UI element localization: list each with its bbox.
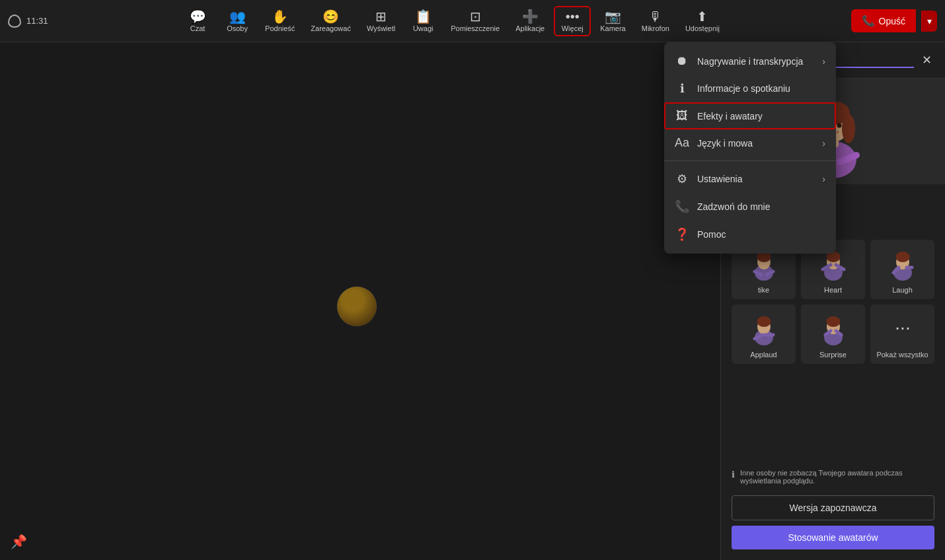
toolbar-btn-wiecej[interactable]: •••Więcej bbox=[554, 6, 591, 36]
menu-item-help[interactable]: ❓ Pomoc bbox=[664, 221, 836, 248]
toolbar-icon-podniesc: ✋ bbox=[272, 10, 288, 23]
svg-point-32 bbox=[826, 316, 840, 327]
menu-label-language: Język i mowa bbox=[697, 138, 753, 149]
reactions-grid: tike Heart Laugh Applaud Surprise ··· bbox=[732, 240, 934, 364]
time-display: 11:31 bbox=[26, 16, 48, 26]
menu-label-call: Zadzwoń do mnie bbox=[697, 201, 771, 212]
menu-item-info[interactable]: ℹ Informacje o spotkaniu bbox=[664, 75, 836, 102]
top-bar: 11:31 💬Czat👥Osoby✋Podnieść😊Zareagować⊞Wy… bbox=[0, 0, 945, 42]
menu-icon-effects: 🖼 bbox=[675, 109, 689, 123]
menu-arrow-recording: › bbox=[822, 56, 825, 67]
menu-arrow-settings: › bbox=[822, 174, 825, 184]
reaction-label-applaud: Applaud bbox=[750, 351, 776, 359]
reaction-label-laugh: Laugh bbox=[892, 286, 913, 294]
toolbar-icon-aplikacje: ➕ bbox=[522, 10, 539, 23]
toolbar-btn-wyswietl[interactable]: ⊞Wyświetl bbox=[360, 6, 402, 36]
reaction-item-applaud[interactable]: Applaud bbox=[732, 304, 796, 364]
menu-item-language[interactable]: Aa Język i mowa › bbox=[664, 129, 836, 157]
toolbar-icon-osoby: 👥 bbox=[229, 10, 246, 23]
reaction-figure-laugh bbox=[887, 246, 919, 282]
reaction-label-heart: Heart bbox=[824, 286, 842, 294]
toolbar-icon-udostepnij: ⬆ bbox=[697, 10, 708, 23]
toolbar-btn-aplikacje[interactable]: ➕Aplikacje bbox=[509, 6, 551, 36]
reaction-item-show_all[interactable]: ··· Pokaż wszystko bbox=[870, 304, 934, 364]
avatar-image bbox=[337, 287, 377, 326]
toolbar-icon-zareaguj: 😊 bbox=[322, 10, 339, 23]
toolbar-icon-pomieszczenie: ⊡ bbox=[470, 10, 481, 23]
menu-item-call[interactable]: 📞 Zadzwoń do mnie bbox=[664, 193, 836, 221]
info-row: ℹ Inne osoby nie zobaczą Twojego awatara… bbox=[721, 464, 945, 490]
shield-icon bbox=[8, 15, 21, 28]
menu-icon-help: ❓ bbox=[675, 227, 689, 242]
reaction-item-laugh[interactable]: Laugh bbox=[870, 240, 934, 299]
participant-avatar bbox=[337, 287, 377, 326]
bottom-buttons: Wersja zapoznawcza Stosowanie awatarów bbox=[721, 490, 945, 560]
toolbar-btn-pomieszczenie[interactable]: ⊡Pomieszczenie bbox=[444, 6, 506, 36]
reaction-figure-applaud bbox=[748, 311, 780, 347]
menu-icon-info: ℹ bbox=[675, 81, 689, 96]
reaction-item-surprise[interactable]: Surprise bbox=[801, 304, 865, 364]
svg-point-7 bbox=[837, 123, 841, 127]
menu-label-recording: Nagrywanie i transkrypcja bbox=[697, 56, 803, 67]
reaction-label-surprise: Surprise bbox=[819, 351, 847, 359]
toolbar-icon-mikrofon: 🎙 bbox=[649, 10, 662, 23]
toolbar-btn-mikrofon[interactable]: 🎙Mikrofon bbox=[635, 6, 676, 36]
menu-item-effects[interactable]: 🖼 Efekty i awatary bbox=[664, 102, 836, 129]
svg-point-27 bbox=[757, 316, 771, 327]
pin-button[interactable]: 📌 bbox=[11, 534, 27, 549]
menu-icon-recording: ⏺ bbox=[675, 54, 689, 68]
toolbar-icon-kamera: 📷 bbox=[605, 10, 621, 23]
svg-point-22 bbox=[895, 252, 909, 262]
menu-icon-call: 📞 bbox=[675, 199, 689, 214]
menu-label-help: Pomoc bbox=[697, 229, 726, 240]
svg-text:···: ··· bbox=[895, 317, 910, 337]
top-bar-right: 📞 Opuść ▾ bbox=[818, 9, 937, 32]
toolbar-icon-wyswietl: ⊞ bbox=[375, 10, 387, 23]
reaction-label-show_all: Pokaż wszystko bbox=[876, 351, 928, 359]
menu-item-recording[interactable]: ⏺ Nagrywanie i transkrypcja › bbox=[664, 48, 836, 75]
svg-point-5 bbox=[842, 114, 855, 143]
reaction-label-tike: tike bbox=[758, 286, 769, 294]
top-bar-left: 11:31 bbox=[8, 15, 87, 28]
toolbar: 💬Czat👥Osoby✋Podnieść😊Zareagować⊞Wyświetl… bbox=[87, 6, 818, 36]
toolbar-btn-uwagi[interactable]: 📋Uwagi bbox=[404, 6, 441, 36]
reaction-figure-show_all: ··· bbox=[887, 311, 919, 347]
toolbar-btn-chat[interactable]: 💬Czat bbox=[179, 6, 216, 36]
info-text: Inne osoby nie zobaczą Twojego awatara p… bbox=[740, 469, 934, 485]
reactions-section: ▼ Reakcje awatara tike Heart Laugh bbox=[721, 218, 945, 464]
dropdown-menu: ⏺ Nagrywanie i transkrypcja › ℹ Informac… bbox=[664, 42, 836, 254]
menu-label-info: Informacje o spotkaniu bbox=[697, 83, 790, 94]
toolbar-btn-osoby[interactable]: 👥Osoby bbox=[219, 6, 256, 36]
info-icon: ℹ bbox=[732, 470, 735, 479]
toolbar-btn-udostepnij[interactable]: ⬆Udostępnij bbox=[679, 6, 726, 36]
menu-label-settings: Ustawienia bbox=[697, 174, 742, 184]
preview-button[interactable]: Wersja zapoznawcza bbox=[732, 495, 934, 520]
menu-arrow-language: › bbox=[822, 138, 825, 149]
reaction-figure-surprise bbox=[817, 311, 849, 347]
toolbar-btn-kamera[interactable]: 📷Kamera bbox=[593, 6, 632, 36]
apply-button[interactable]: Stosowanie awatarów bbox=[732, 526, 934, 549]
menu-icon-settings: ⚙ bbox=[675, 172, 689, 186]
menu-item-settings[interactable]: ⚙ Ustawienia › bbox=[664, 165, 836, 193]
toolbar-icon-wiecej: ••• bbox=[566, 10, 580, 23]
leave-button[interactable]: 📞 Opuść bbox=[851, 9, 916, 32]
leave-button-arrow[interactable]: ▾ bbox=[921, 11, 937, 32]
avatary-close-button[interactable]: ✕ bbox=[919, 50, 934, 70]
toolbar-icon-chat: 💬 bbox=[190, 10, 206, 23]
menu-label-effects: Efekty i awatary bbox=[697, 111, 763, 122]
toolbar-icon-uwagi: 📋 bbox=[415, 10, 432, 23]
toolbar-btn-podniesc[interactable]: ✋Podnieść bbox=[258, 6, 301, 36]
menu-icon-language: Aa bbox=[675, 136, 689, 150]
toolbar-btn-zareaguj[interactable]: 😊Zareagować bbox=[304, 6, 358, 36]
